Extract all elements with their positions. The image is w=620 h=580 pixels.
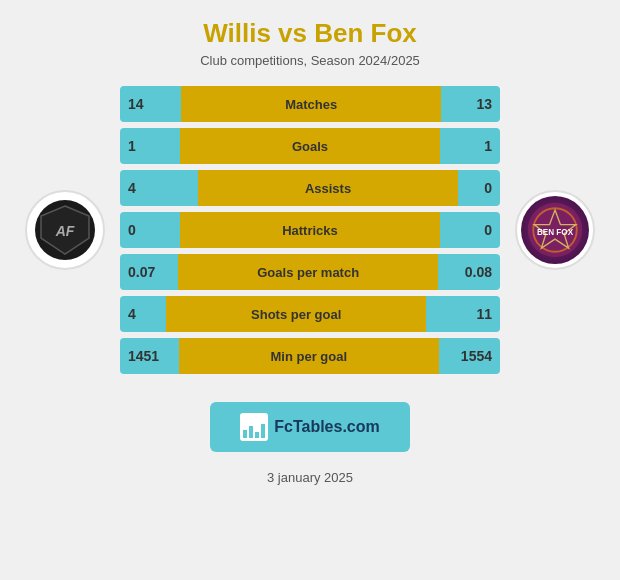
stat-row: 0 Hattricks 0 — [120, 212, 500, 248]
right-value: 13 — [441, 86, 500, 122]
stat-label: Min per goal — [179, 338, 439, 374]
stat-row: 4 Assists 0 — [120, 170, 500, 206]
stat-label: Assists — [198, 170, 458, 206]
right-value: 0.08 — [438, 254, 500, 290]
stat-label: Goals per match — [178, 254, 438, 290]
page-wrapper: Willis vs Ben Fox Club competitions, Sea… — [0, 0, 620, 497]
stat-row: 1 Goals 1 — [120, 128, 500, 164]
right-value: 1554 — [439, 338, 500, 374]
stat-label: Hattricks — [180, 212, 440, 248]
fctables-icon — [240, 413, 268, 441]
stats-bars: 14 Matches 13 1 Goals 1 4 Assists 0 0 — [120, 86, 500, 374]
right-logo-circle: BEN FOX — [515, 190, 595, 270]
right-value: 1 — [440, 128, 500, 164]
left-value: 4 — [120, 296, 166, 332]
stat-row: 0.07 Goals per match 0.08 — [120, 254, 500, 290]
right-value: 0 — [440, 212, 500, 248]
left-value: 1 — [120, 128, 180, 164]
left-value: 1451 — [120, 338, 179, 374]
page-title: Willis vs Ben Fox — [20, 18, 600, 49]
fctables-text: FcTables.com — [274, 418, 380, 436]
stat-label: Goals — [180, 128, 440, 164]
stat-label: Shots per goal — [166, 296, 426, 332]
page-subtitle: Club competitions, Season 2024/2025 — [20, 53, 600, 68]
right-value: 0 — [458, 170, 500, 206]
left-team-logo: AF — [20, 190, 110, 270]
right-team-logo: BEN FOX — [510, 190, 600, 270]
left-value: 0.07 — [120, 254, 178, 290]
bar-chart-icon — [243, 424, 265, 438]
left-value: 4 — [120, 170, 198, 206]
stat-row: 14 Matches 13 — [120, 86, 500, 122]
right-logo-inner: BEN FOX — [521, 196, 589, 264]
svg-text:BEN FOX: BEN FOX — [537, 228, 574, 237]
svg-text:AF: AF — [55, 223, 75, 239]
fctables-banner: FcTables.com — [210, 402, 410, 452]
left-value: 14 — [120, 86, 181, 122]
stat-label: Matches — [181, 86, 441, 122]
left-value: 0 — [120, 212, 180, 248]
left-logo-circle: AF — [25, 190, 105, 270]
left-logo-inner: AF — [35, 200, 95, 260]
stat-row: 4 Shots per goal 11 — [120, 296, 500, 332]
stat-row: 1451 Min per goal 1554 — [120, 338, 500, 374]
date-footer: 3 january 2025 — [20, 470, 600, 485]
comparison-section: AF 14 Matches 13 1 Goals 1 4 — [20, 86, 600, 374]
right-value: 11 — [426, 296, 500, 332]
